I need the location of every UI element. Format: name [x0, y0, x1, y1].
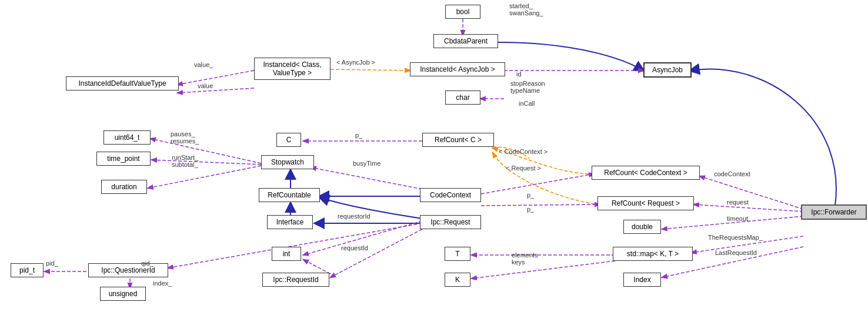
node-index: Index: [623, 273, 661, 287]
node-asyncjob: AsyncJob: [643, 62, 692, 78]
label-asyncjob-template: < AsyncJob >: [336, 59, 375, 66]
node-t: T: [445, 247, 470, 261]
svg-line-27: [700, 176, 803, 209]
svg-line-28: [481, 204, 600, 206]
node-cbdataparent: CbdataParent: [433, 34, 498, 48]
label-runstart-subtotal: runStart_subtotal_: [172, 154, 198, 168]
label-p-request: p_: [527, 206, 534, 213]
label-pid: pid_: [46, 260, 58, 267]
node-instanceid-asyncjob: InstanceId< AsyncJob >: [410, 62, 505, 76]
label-pauses-resumes: pauses_resumes_: [171, 130, 199, 145]
node-time-point: time_point: [96, 152, 151, 166]
node-instanceid-defaultvaluetype: InstanceIdDefaultValueType: [66, 76, 179, 90]
label-lastrequestid: LastRequestId: [715, 249, 757, 256]
node-ipc-requestid: Ipc::RequestId: [262, 273, 329, 287]
label-p-codecontext: p_: [527, 192, 534, 199]
label-value-lower: value: [198, 82, 213, 89]
node-ipc-questionerid: Ipc::QuestionerId: [88, 263, 168, 277]
label-timeout: timeout: [727, 215, 748, 222]
label-stopreason-typename: stopReasontypeName: [510, 80, 545, 94]
svg-line-1: [330, 69, 410, 71]
label-id: id: [516, 71, 522, 78]
svg-line-6: [151, 139, 261, 163]
node-stopwatch: Stopwatch: [261, 155, 314, 169]
node-stdmap-kt: std::map< K, T >: [613, 247, 693, 261]
svg-line-8: [148, 166, 261, 188]
label-elements-keys: elementskeys: [512, 251, 538, 266]
label-qid: qid_: [141, 260, 153, 267]
node-ipc-request: Ipc::Request: [420, 215, 481, 229]
svg-line-10: [311, 167, 422, 189]
label-requestid: requestId: [341, 244, 368, 251]
label-codecontext-template: < CodeContext >: [499, 148, 547, 155]
node-codecontext: CodeContext: [420, 188, 481, 202]
svg-line-17: [168, 223, 422, 268]
label-codecontext-field: codeContext: [714, 170, 750, 177]
node-int: int: [272, 247, 301, 261]
svg-line-29: [481, 174, 594, 194]
label-therequestsmap: TheRequestsMap_: [708, 234, 763, 241]
diagram-container: bool CbdataParent AsyncJob InstanceId< C…: [0, 0, 868, 312]
label-requestorid: requestorId: [338, 213, 370, 220]
svg-line-26: [694, 204, 803, 212]
svg-line-7: [152, 160, 261, 165]
node-uint64t: uint64_t: [104, 130, 151, 145]
svg-line-3: [178, 71, 254, 85]
node-interface: Interface: [267, 215, 313, 229]
label-index: index_: [153, 280, 172, 287]
node-refcount-c: RefCount< C >: [422, 133, 494, 147]
node-unsigned: unsigned: [100, 287, 146, 301]
svg-line-22: [472, 261, 615, 279]
label-value-upper: value_: [194, 61, 213, 68]
node-char: char: [445, 90, 480, 105]
node-pid-t: pid_t: [11, 263, 44, 277]
node-c: C: [276, 133, 301, 147]
label-busytime: busyTime: [353, 160, 380, 167]
label-started-swansang: started_swanSang_: [509, 2, 543, 16]
node-bool: bool: [445, 5, 480, 19]
svg-line-15: [303, 260, 330, 274]
node-duration: duration: [101, 180, 147, 194]
node-k: K: [445, 273, 470, 287]
node-ipc-forwarder: Ipc::Forwarder: [801, 204, 867, 220]
label-incall: inCall: [519, 100, 535, 107]
svg-line-4: [178, 88, 254, 93]
node-refcount-codecontext: RefCount< CodeContext >: [592, 166, 700, 180]
label-request-template: < Request >: [506, 165, 541, 172]
node-refcount-request: RefCount< Request >: [597, 196, 694, 210]
label-p-upper: p_: [355, 132, 362, 139]
label-request-field: request: [727, 199, 749, 206]
node-refcountable: RefCountable: [259, 188, 320, 202]
node-instanceid-class-valuetype: InstanceId< Class,ValueType >: [254, 58, 330, 80]
node-double: double: [623, 220, 661, 234]
svg-line-20: [330, 229, 422, 277]
